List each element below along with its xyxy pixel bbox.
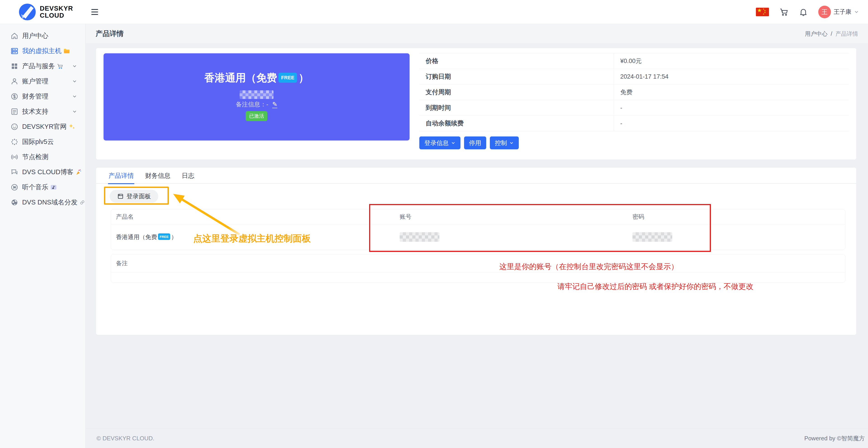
- sidebar-item-label: DEVSKYR官网: [22, 122, 67, 131]
- free-badge: FREE: [278, 73, 297, 83]
- detail-tabs: 产品详情 财务信息 日志: [96, 168, 856, 184]
- annotation-arrow: [169, 190, 244, 236]
- document-icon: [10, 107, 19, 116]
- sidebar-item-label: 产品与服务: [22, 62, 55, 71]
- sidebar-item-label: 我的虚拟主机: [22, 46, 61, 56]
- user-icon: [10, 77, 19, 86]
- footer-copyright: © DEVSKYR CLOUD.: [96, 435, 154, 442]
- table-row: 支付周期 免费: [419, 85, 849, 100]
- sidebar-item-label: 财务管理: [22, 92, 49, 101]
- breadcrumb-separator: /: [831, 31, 832, 37]
- breadcrumb-home[interactable]: 用户中心: [805, 30, 828, 37]
- sidebar-item-user-center[interactable]: 用户中心: [0, 28, 85, 43]
- confetti-icon: [75, 169, 82, 175]
- breadcrumb: 用户中心 / 产品详情: [805, 30, 858, 37]
- brand-text: DEVSKYR CLOUD: [40, 5, 73, 19]
- loading-dots-icon: [10, 138, 19, 146]
- remark-empty-body: [111, 273, 845, 282]
- tab-product-detail[interactable]: 产品详情: [108, 168, 134, 184]
- notifications-bell-icon[interactable]: [799, 7, 808, 17]
- topbar: DEVSKYR CLOUD ★ ★★★★ 王 王子康: [0, 0, 868, 24]
- cart-emoji-icon: [57, 63, 64, 70]
- highlight-box-login-panel: [104, 187, 169, 205]
- sidebar-item-finance-management[interactable]: 财务管理: [0, 89, 85, 104]
- sidebar-item-label: 听个音乐: [22, 183, 49, 192]
- breadcrumb-current: 产品详情: [835, 30, 858, 37]
- folder-icon: [63, 48, 70, 55]
- sidebar-item-node-check[interactable]: 节点检测: [0, 149, 85, 164]
- chevron-down-icon: [72, 94, 77, 99]
- sidebar-item-official-site[interactable]: DEVSKYR官网: [0, 119, 85, 134]
- sidebar-item-products-services[interactable]: 产品与服务: [0, 59, 85, 74]
- sidebar-item-my-virtual-hosts[interactable]: 我的虚拟主机: [0, 43, 85, 59]
- chevron-down-icon: [72, 79, 77, 84]
- product-summary-card: 香港通用（免费FREE） 备注信息：- ✎ 已激活 价格 ¥0.00元 订购日期…: [96, 48, 856, 160]
- broadcast-icon: [10, 153, 19, 161]
- home-icon: [10, 32, 19, 40]
- username: 王子康: [834, 8, 851, 16]
- sidebar-item-label: 用户中心: [22, 31, 49, 40]
- smile-icon: [10, 123, 19, 131]
- globe-icon: [10, 198, 19, 206]
- control-button[interactable]: 控制: [490, 136, 519, 149]
- product-actions: 登录信息 停用 控制: [419, 136, 519, 149]
- product-banner: 香港通用（免费FREE） 备注信息：- ✎ 已激活: [103, 53, 410, 140]
- avatar: 王: [818, 6, 831, 18]
- edit-note-icon[interactable]: ✎: [272, 101, 277, 108]
- sidebar-item-label: DVS CLOUD博客: [22, 168, 73, 177]
- footer: © DEVSKYR CLOUD. Powered by ©智简魔方: [86, 428, 868, 448]
- col-product-name: 产品名: [111, 210, 395, 224]
- music-score-icon: [50, 184, 57, 191]
- user-menu[interactable]: 王 王子康: [818, 6, 859, 18]
- table-row: 订购日期 2024-01-17 17:54: [419, 69, 849, 85]
- language-flag-icon[interactable]: ★ ★★★★: [756, 8, 769, 16]
- table-row: 自动余额续费 -: [419, 116, 849, 131]
- page-header: 产品详情 用户中心 / 产品详情: [86, 24, 868, 43]
- chevron-down-icon: [509, 141, 514, 145]
- status-badge: 已激活: [246, 111, 268, 121]
- sidebar-item-tech-support[interactable]: 技术支持: [0, 104, 85, 119]
- chevron-down-icon: [854, 9, 859, 14]
- chevron-down-icon: [72, 109, 77, 114]
- sidebar-item-dvs-cloud-blog[interactable]: DVS CLOUD博客: [0, 164, 85, 180]
- sparkles-icon: [68, 123, 75, 130]
- table-row: 到期时间 -: [419, 100, 849, 116]
- footer-powered-by: Powered by ©智简魔方: [804, 435, 865, 442]
- product-banner-title: 香港通用（免费FREE）: [103, 71, 410, 85]
- menu-toggle-icon[interactable]: [91, 7, 101, 17]
- chevron-down-icon: [451, 141, 456, 145]
- sidebar-item-account-management[interactable]: 账户管理: [0, 74, 85, 89]
- login-info-button[interactable]: 登录信息: [419, 136, 460, 149]
- sidebar-item-label: 节点检测: [22, 153, 49, 162]
- brand-logo[interactable]: DEVSKYR CLOUD: [0, 4, 86, 20]
- link-icon: [79, 199, 85, 206]
- app-screen: DEVSKYR CLOUD ★ ★★★★ 王 王子康: [0, 0, 868, 448]
- sidebar: 用户中心 我的虚拟主机 产品与服务: [0, 24, 86, 448]
- grid-icon: [10, 62, 19, 70]
- sidebar-item-intl-plv5-cloud[interactable]: 国际plv5云: [0, 134, 85, 149]
- remark-section: 备注: [111, 254, 845, 283]
- remark-label: 备注: [111, 254, 845, 273]
- table-row: 价格 ¥0.00元: [419, 53, 849, 69]
- blurred-domain: [240, 90, 274, 99]
- sidebar-item-listen-music[interactable]: 听个音乐: [0, 180, 85, 195]
- annotation-password-hint: 请牢记自己修改过后的密码 或者保护好你的密码，不做更改: [557, 282, 753, 292]
- play-next-icon: [10, 183, 19, 191]
- cart-icon[interactable]: [779, 7, 788, 17]
- sidebar-item-label: 账户管理: [22, 77, 49, 86]
- sidebar-item-label: 国际plv5云: [22, 137, 54, 147]
- annotation-account-hint: 这里是你的账号（在控制台里改完密码这里不会显示）: [499, 262, 678, 272]
- chevron-down-icon: [72, 64, 77, 69]
- tab-finance-info[interactable]: 财务信息: [145, 168, 171, 184]
- sidebar-item-label: DVS DNS域名分发: [22, 198, 78, 207]
- chat-icon: [10, 168, 19, 176]
- finance-dollar-icon: [10, 92, 19, 100]
- sidebar-item-dvs-dns[interactable]: DVS DNS域名分发: [0, 195, 85, 210]
- product-info-table: 价格 ¥0.00元 订购日期 2024-01-17 17:54 支付周期 免费 …: [419, 53, 849, 131]
- annotation-panel-hint: 点这里登录虚拟主机控制面板: [193, 232, 311, 245]
- suspend-button[interactable]: 停用: [464, 136, 486, 149]
- server-icon: [10, 47, 19, 55]
- free-badge: FREE: [158, 233, 170, 240]
- page-title: 产品详情: [96, 29, 124, 38]
- tab-logs[interactable]: 日志: [181, 168, 195, 184]
